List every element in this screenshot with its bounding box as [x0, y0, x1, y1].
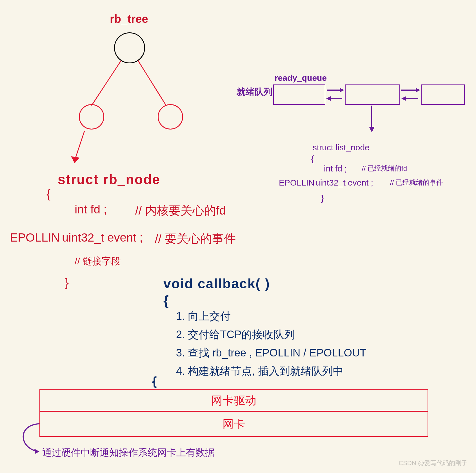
list-node-event: uint32_t event ; — [315, 176, 373, 189]
rb-tree-title: rb_tree — [110, 13, 148, 25]
interrupt-text: 通过硬件中断通知操作系统网卡上有数据 — [42, 446, 215, 459]
ready-queue-box-2 — [345, 84, 400, 105]
callback-open-brace: { — [163, 293, 169, 308]
rb-node-struct-title: struct rb_node — [58, 172, 160, 187]
svg-line-0 — [92, 61, 121, 106]
svg-marker-13 — [34, 449, 39, 454]
list-node-epollin: EPOLLIN — [279, 176, 315, 189]
rb-node-event: uint32_t event ; — [62, 231, 143, 244]
ready-queue-label-en: ready_queue — [275, 73, 327, 83]
ready-queue-box-3 — [421, 84, 465, 105]
svg-line-1 — [138, 61, 166, 106]
rb-node-open-brace: { — [46, 187, 50, 201]
list-node-title: struct list_node — [313, 141, 370, 154]
list-node-open-brace: { — [311, 152, 314, 166]
svg-marker-2 — [71, 156, 79, 163]
svg-marker-12 — [369, 127, 375, 132]
rb-node-close-brace: } — [65, 276, 69, 289]
svg-marker-4 — [340, 88, 344, 92]
nic-driver-box: 网卡驱动 — [39, 389, 428, 411]
callback-step-4: 4. 构建就绪节点, 插入到就绪队列中 — [176, 362, 344, 381]
ready-queue-label-cn: 就绪队列 — [237, 86, 273, 98]
tree-right-child — [158, 104, 183, 130]
list-node-fd: int fd ; — [324, 162, 347, 175]
nic-label: 网卡 — [223, 416, 245, 432]
svg-marker-8 — [416, 88, 420, 92]
svg-marker-10 — [401, 96, 406, 101]
rb-node-link-comment: // 链接字段 — [75, 255, 121, 268]
queue-arrows — [0, 0, 476, 169]
callback-close-brace: { — [152, 374, 157, 388]
callback-step-1: 1. 向上交付 — [176, 307, 231, 326]
tree-to-struct-arrow — [0, 0, 169, 197]
list-node-close-brace: } — [321, 191, 324, 205]
ready-queue-box-1 — [273, 84, 325, 105]
tree-edges — [0, 0, 476, 169]
nic-driver-label: 网卡驱动 — [211, 393, 256, 408]
rb-node-fd: int fd ; — [75, 203, 107, 216]
tree-left-child — [79, 104, 104, 130]
watermark: CSDN @爱写代码的刚子 — [399, 459, 468, 467]
svg-marker-6 — [326, 96, 331, 101]
callback-step-2: 2. 交付给TCP的接收队列 — [176, 325, 295, 344]
nic-box: 网卡 — [39, 411, 428, 437]
tree-root-node — [114, 32, 145, 63]
list-node-event-comment: // 已经就绪的事件 — [390, 178, 443, 187]
rb-node-event-comment: // 要关心的事件 — [155, 231, 236, 247]
rb-node-fd-comment: // 内核要关心的fd — [135, 203, 226, 218]
list-node-fd-comment: // 已经就绪的fd — [362, 164, 407, 173]
callback-step-3: 3. 查找 rb_tree , EPOLLIN / EPOLLOUT — [176, 343, 366, 362]
rb-node-epollin: EPOLLIN — [10, 231, 60, 244]
callback-title: void callback( ) — [163, 276, 270, 291]
